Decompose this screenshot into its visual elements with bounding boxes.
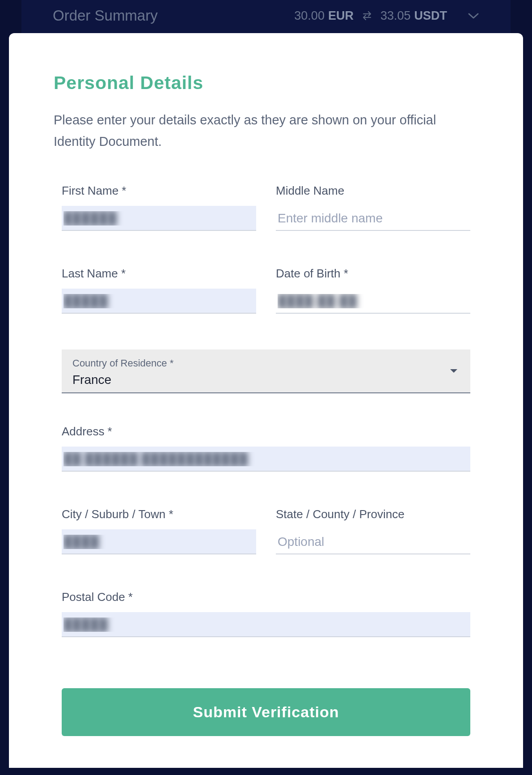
postal-input[interactable] bbox=[62, 612, 470, 637]
swap-icon bbox=[361, 11, 373, 20]
first-name-label: First Name * bbox=[62, 184, 256, 198]
personal-details-card: Personal Details Please enter your detai… bbox=[9, 33, 523, 768]
dropdown-arrow-icon bbox=[450, 369, 458, 373]
postal-label: Postal Code * bbox=[62, 590, 470, 604]
from-amount: 30.00 EUR bbox=[294, 9, 354, 23]
dob-field-group: Date of Birth * bbox=[276, 267, 470, 314]
submit-verification-button[interactable]: Submit Verification bbox=[62, 688, 470, 736]
state-label: State / County / Province bbox=[276, 507, 470, 521]
city-label: City / Suburb / Town * bbox=[62, 507, 256, 521]
country-label: Country of Residence * bbox=[72, 358, 460, 369]
last-name-input[interactable] bbox=[62, 289, 256, 314]
first-name-field-group: First Name * bbox=[62, 184, 256, 231]
page-description: Please enter your details exactly as the… bbox=[54, 110, 478, 153]
chevron-down-icon[interactable] bbox=[468, 12, 479, 19]
state-input[interactable] bbox=[276, 529, 470, 554]
middle-name-label: Middle Name bbox=[276, 184, 470, 198]
order-summary-bar[interactable]: Order Summary 30.00 EUR 33.05 USDT bbox=[21, 0, 511, 33]
middle-name-field-group: Middle Name bbox=[276, 184, 470, 231]
country-value: France bbox=[72, 373, 460, 387]
address-field-group: Address * bbox=[62, 425, 470, 472]
country-select[interactable]: Country of Residence * France bbox=[62, 349, 470, 393]
order-summary-title: Order Summary bbox=[53, 7, 158, 24]
page-title: Personal Details bbox=[54, 72, 478, 94]
city-field-group: City / Suburb / Town * bbox=[62, 507, 256, 554]
dob-input[interactable] bbox=[276, 289, 470, 314]
postal-field-group: Postal Code * bbox=[62, 590, 470, 637]
order-summary-amounts: 30.00 EUR 33.05 USDT bbox=[294, 9, 479, 23]
address-input[interactable] bbox=[62, 447, 470, 472]
city-input[interactable] bbox=[62, 529, 256, 554]
first-name-input[interactable] bbox=[62, 206, 256, 231]
last-name-label: Last Name * bbox=[62, 267, 256, 281]
middle-name-input[interactable] bbox=[276, 206, 470, 231]
address-label: Address * bbox=[62, 425, 470, 439]
dob-label: Date of Birth * bbox=[276, 267, 470, 281]
last-name-field-group: Last Name * bbox=[62, 267, 256, 314]
state-field-group: State / County / Province bbox=[276, 507, 470, 554]
to-amount: 33.05 USDT bbox=[380, 9, 447, 23]
